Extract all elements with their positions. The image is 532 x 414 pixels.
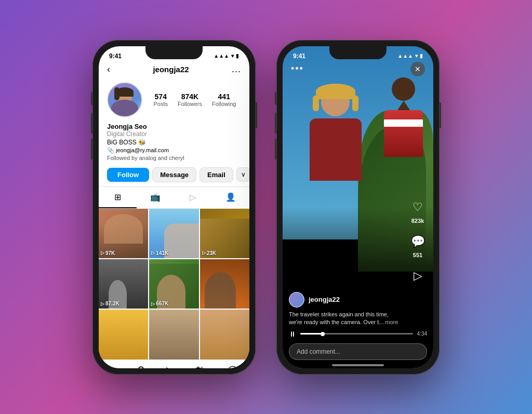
share-button[interactable]: ▷ xyxy=(408,266,427,285)
left-phone-screen: 9:41 ▲▲▲ ▾ ▮ ‹ jeongja22 ... xyxy=(99,46,249,368)
posts-stat: 574 Posts xyxy=(153,92,168,107)
volume-up-button xyxy=(91,113,92,133)
profile-nav: ‹ jeongja22 ... xyxy=(99,62,249,79)
more-options-button[interactable]: ... xyxy=(232,64,241,75)
share-icon: ▷ xyxy=(408,266,427,285)
followers-stat[interactable]: 874K Followers xyxy=(178,92,202,107)
grid-item-8[interactable] xyxy=(149,310,198,359)
like-count: 823k xyxy=(411,218,424,224)
grid-item-6[interactable] xyxy=(200,259,249,309)
home-indicator-container xyxy=(283,364,433,366)
video-progress-bar: ⏸ 4:34 xyxy=(289,330,427,338)
status-time-right: 9:41 xyxy=(293,52,305,60)
battery-icon-left: ▮ xyxy=(236,53,239,59)
profile-stats: 574 Posts 874K Followers 441 Following xyxy=(149,92,241,107)
follow-button[interactable]: Follow xyxy=(107,168,149,182)
signal-icon-left: ▲▲▲ xyxy=(214,53,229,59)
avatar-image xyxy=(108,83,141,116)
posts-count: 574 xyxy=(153,92,168,101)
tab-tagged[interactable]: 👤 xyxy=(212,187,250,208)
grid-item-7[interactable] xyxy=(99,310,148,359)
right-phone-screen: 9:41 ▲▲▲ ▾ ▮ ••• ✕ xyxy=(283,46,433,368)
bottom-nav: ⌂ ⚲ ▶ 🛍 ◯ xyxy=(99,359,249,368)
back-button[interactable]: ‹ xyxy=(107,64,110,75)
nav-home-icon[interactable]: ⌂ xyxy=(110,364,116,368)
mute-button xyxy=(91,92,92,105)
video-more-icon[interactable]: ••• xyxy=(291,63,304,74)
video-close-button[interactable]: ✕ xyxy=(410,62,425,76)
email-button[interactable]: Email xyxy=(200,167,233,182)
tab-reels[interactable]: ▷ xyxy=(174,187,212,208)
heart-icon: ♡ xyxy=(408,198,427,217)
grid-item-1[interactable]: ▷ 97K xyxy=(99,209,148,258)
video-username[interactable]: jeongja22 xyxy=(309,296,340,303)
grid-item-2-views: ▷ 141K xyxy=(151,250,168,256)
status-icons-right: ▲▲▲ ▾ ▮ xyxy=(397,53,423,59)
comment-input[interactable]: Add comment... xyxy=(289,343,427,360)
tagged-tab-icon: 👤 xyxy=(225,192,236,202)
comment-button[interactable]: 💬 551 xyxy=(408,232,427,258)
profile-username-nav: jeongja22 xyxy=(153,65,189,74)
grid-tab-icon: ⊞ xyxy=(114,192,121,202)
reels-tab-icon: ▷ xyxy=(190,192,196,202)
grid-item-9[interactable] xyxy=(200,310,249,359)
grid-item-5[interactable]: ▷ 667K xyxy=(149,259,198,309)
profile-bio: BiG BOSS 🐝 xyxy=(107,139,241,146)
video-person2 xyxy=(384,77,423,157)
nav-search-icon[interactable]: ⚲ xyxy=(137,364,145,368)
video-person1 xyxy=(283,88,388,181)
nav-shop-icon[interactable]: 🛍 xyxy=(195,364,206,368)
profile-info: Jeongja Seo Digital Creator BiG BOSS 🐝 📎… xyxy=(99,121,249,163)
home-indicator-right xyxy=(332,364,384,366)
close-icon: ✕ xyxy=(415,65,421,73)
igtv-tab-icon: 📺 xyxy=(150,192,161,202)
content-tabs: ⊞ 📺 ▷ 👤 xyxy=(99,186,249,209)
play-icon-4: ▷ xyxy=(101,301,104,306)
profile-stats-row: 574 Posts 874K Followers 441 Following xyxy=(99,79,249,121)
wifi-icon-left: ▾ xyxy=(231,53,234,59)
like-button[interactable]: ♡ 823k xyxy=(408,198,427,224)
grid-item-2[interactable]: ▷ 141K xyxy=(149,209,198,258)
tab-grid[interactable]: ⊞ xyxy=(99,187,137,208)
followers-label: Followers xyxy=(178,101,202,107)
message-button[interactable]: Message xyxy=(152,167,196,182)
power-button-right xyxy=(440,102,441,128)
play-icon-2: ▷ xyxy=(151,250,155,256)
tab-igtv[interactable]: 📺 xyxy=(137,187,175,208)
nav-profile-icon[interactable]: ◯ xyxy=(227,364,238,368)
phones-container: 9:41 ▲▲▲ ▾ ▮ ‹ jeongja22 ... xyxy=(82,30,450,385)
play-icon-5: ▷ xyxy=(151,301,155,306)
power-button xyxy=(256,102,257,128)
play-icon-3: ▷ xyxy=(202,250,206,256)
action-buttons: Follow Message Email ∨ xyxy=(99,163,249,186)
video-bottom-info: jeongja22 The traveler strikes again and… xyxy=(289,292,402,327)
video-caption: The traveler strikes again and this time… xyxy=(289,311,402,327)
posts-label: Posts xyxy=(153,101,168,107)
status-icons-left: ▲▲▲ ▾ ▮ xyxy=(214,53,239,59)
grid-item-4[interactable]: ▷ 87.2K xyxy=(99,259,148,309)
status-bar-right: 9:41 ▲▲▲ ▾ ▮ xyxy=(283,46,433,62)
profile-followed-by: Followed by analog and cheryl xyxy=(107,155,241,161)
right-phone: 9:41 ▲▲▲ ▾ ▮ ••• ✕ xyxy=(276,40,440,375)
following-stat[interactable]: 441 Following xyxy=(212,92,236,107)
wifi-icon-right: ▾ xyxy=(415,53,418,59)
grid-item-1-views: ▷ 97K xyxy=(101,250,115,256)
status-time-left: 9:41 xyxy=(109,52,122,60)
pause-button[interactable]: ⏸ xyxy=(289,330,296,338)
video-top-bar: ••• ✕ xyxy=(283,62,433,76)
mute-button-right xyxy=(275,92,276,105)
profile-email: 📎 jeongja@ry.mail.com xyxy=(107,147,241,154)
volume-up-button-right xyxy=(275,113,276,133)
nav-reels-icon[interactable]: ▶ xyxy=(166,364,174,368)
left-phone: 9:41 ▲▲▲ ▾ ▮ ‹ jeongja22 ... xyxy=(92,40,256,375)
grid-item-5-views: ▷ 667K xyxy=(151,301,168,306)
play-icon: ▷ xyxy=(101,250,104,256)
progress-dot xyxy=(321,332,325,336)
video-user-avatar[interactable] xyxy=(289,292,304,308)
grid-item-3[interactable]: ▷ 23K xyxy=(200,209,249,258)
video-more-text[interactable]: more xyxy=(385,319,398,325)
volume-down-button xyxy=(91,139,92,159)
dropdown-button[interactable]: ∨ xyxy=(236,167,249,182)
progress-track[interactable] xyxy=(300,333,413,335)
comment-count: 551 xyxy=(413,252,422,258)
